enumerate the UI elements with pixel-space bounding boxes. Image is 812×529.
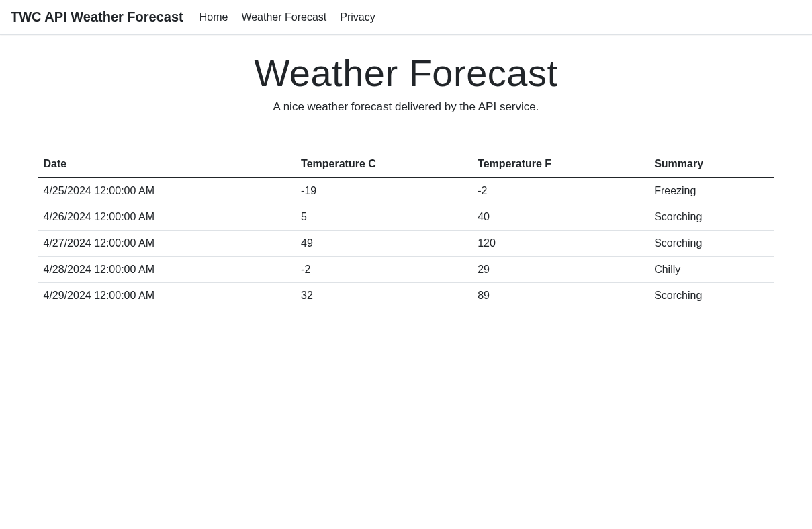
navbar: TWC API Weather Forecast Home Weather Fo…	[0, 0, 812, 35]
table-row: 4/25/2024 12:00:00 AM -19 -2 Freezing	[38, 177, 774, 204]
cell-summary: Freezing	[649, 177, 774, 204]
nav-link-privacy[interactable]: Privacy	[334, 6, 380, 29]
cell-temp-f: 120	[472, 231, 649, 257]
table-row: 4/27/2024 12:00:00 AM 49 120 Scorching	[38, 231, 774, 257]
cell-date: 4/27/2024 12:00:00 AM	[38, 231, 296, 257]
cell-date: 4/29/2024 12:00:00 AM	[38, 283, 296, 309]
forecast-table: Date Temperature C Temperature F Summary…	[38, 151, 774, 309]
cell-temp-c: 32	[296, 283, 472, 309]
cell-temp-f: 89	[472, 283, 649, 309]
nav-link-home[interactable]: Home	[194, 6, 234, 29]
cell-temp-f: 29	[472, 257, 649, 283]
cell-summary: Scorching	[649, 204, 774, 231]
nav-link-weather-forecast[interactable]: Weather Forecast	[236, 6, 332, 29]
col-header-summary: Summary	[649, 151, 774, 177]
cell-date: 4/25/2024 12:00:00 AM	[38, 177, 296, 204]
table-header-row: Date Temperature C Temperature F Summary	[38, 151, 774, 177]
cell-date: 4/28/2024 12:00:00 AM	[38, 257, 296, 283]
cell-summary: Scorching	[649, 283, 774, 309]
col-header-date: Date	[38, 151, 296, 177]
cell-temp-c: 5	[296, 204, 472, 231]
table-row: 4/28/2024 12:00:00 AM -2 29 Chilly	[38, 257, 774, 283]
cell-temp-f: 40	[472, 204, 649, 231]
cell-temp-c: 49	[296, 231, 472, 257]
page-subtitle: A nice weather forecast delivered by the…	[38, 100, 774, 114]
table-row: 4/29/2024 12:00:00 AM 32 89 Scorching	[38, 283, 774, 309]
cell-summary: Chilly	[649, 257, 774, 283]
cell-temp-f: -2	[472, 177, 649, 204]
cell-summary: Scorching	[649, 231, 774, 257]
cell-temp-c: -19	[296, 177, 472, 204]
cell-date: 4/26/2024 12:00:00 AM	[38, 204, 296, 231]
col-header-temp-c: Temperature C	[296, 151, 472, 177]
table-row: 4/26/2024 12:00:00 AM 5 40 Scorching	[38, 204, 774, 231]
page-title: Weather Forecast	[38, 51, 774, 95]
brand-link[interactable]: TWC API Weather Forecast	[11, 5, 183, 29]
cell-temp-c: -2	[296, 257, 472, 283]
main-container: Weather Forecast A nice weather forecast…	[30, 51, 782, 309]
col-header-temp-f: Temperature F	[472, 151, 649, 177]
